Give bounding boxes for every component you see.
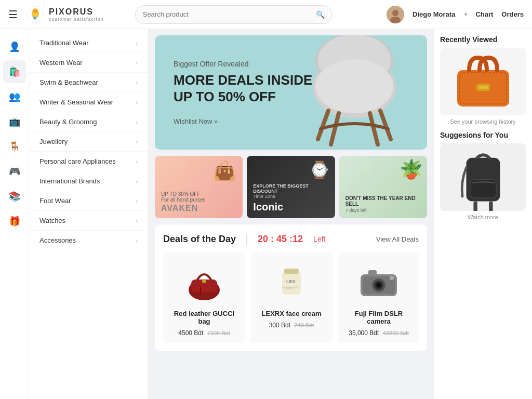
main-content: Biggest Offer Revealed MORE DEALS INSIDE… [149, 29, 433, 399]
sidebar-item-books[interactable]: 📚 [3, 185, 26, 208]
orders-link[interactable]: Orders [501, 10, 524, 18]
recently-viewed-image [440, 48, 526, 115]
right-sidebar: Recently Viewed See your browsing histor… [433, 29, 532, 399]
svg-text:🐦: 🐦 [33, 16, 37, 20]
search-input[interactable] [143, 10, 316, 18]
deals-section: Deals of the Day 20 : 45 :12 Left View A… [155, 224, 427, 351]
svg-point-5 [392, 10, 398, 16]
hamburger-menu-icon[interactable]: ☰ [8, 8, 18, 21]
sub-banner-watches[interactable]: ⌚ EXPLORE THE BIGGEST DISCOUNT Time Zone… [247, 156, 335, 218]
deal-card-face-cream[interactable]: LEXRXface cream LEXRX face cream 300 Bdt… [250, 252, 332, 343]
category-label: Personal care Appliances [39, 157, 116, 165]
deals-timer-label: Left [313, 235, 325, 243]
svg-point-14 [315, 59, 393, 113]
header-right: Diego Morata ▾ Chart Orders [387, 6, 524, 23]
chevron-right-icon: › [136, 99, 138, 105]
hero-section: Biggest Offer Revealed MORE DEALS INSIDE… [155, 35, 427, 150]
view-all-deals-link[interactable]: View All Deals [376, 235, 419, 243]
sidebar-item-chair[interactable]: 🪑 [3, 135, 26, 158]
chart-link[interactable]: Chart [475, 10, 493, 18]
deal-product-image: LEXRXface cream [263, 259, 320, 305]
category-item-winter[interactable]: Winter & Seasonal Wear › [29, 92, 148, 112]
user-name: Diego Morata [413, 10, 455, 18]
sub-banners: 👜 UP TO 30% OFF For all hand purses AVAK… [155, 156, 427, 218]
category-menu: Traditional Wear › Western Wear › Swim &… [29, 29, 149, 399]
svg-point-2 [33, 8, 38, 13]
chevron-right-icon: › [136, 198, 138, 204]
deal-price: 4500 Bdt 7300 Bdt [178, 329, 230, 337]
category-label: International Brands [39, 177, 100, 185]
deal-product-name: LEXRX face cream [262, 310, 322, 317]
chevron-right-icon: › [136, 119, 138, 125]
chair-illustration [287, 35, 422, 150]
sidebar-item-shopping[interactable]: 🛍️ [3, 60, 26, 83]
avatar [387, 6, 404, 23]
svg-rect-50 [473, 201, 477, 211]
chevron-right-icon: › [136, 40, 138, 46]
left-icon-sidebar: 👤 🛍️ 👥 📺 🪑 🎮 📚 🎁 [0, 29, 29, 399]
chevron-right-icon: › [136, 237, 138, 244]
deal-product-image [176, 259, 233, 305]
category-label: Foot Wear [39, 197, 71, 205]
category-label: Juwellery [39, 138, 68, 145]
category-item-beauty[interactable]: Beauty & Groomng › [29, 112, 148, 132]
category-item-watches[interactable]: Watches › [29, 211, 148, 231]
dropdown-arrow-icon[interactable]: ▾ [464, 11, 467, 17]
suggestions-title: Suggesions for You [440, 131, 526, 139]
main-layout: 👤 🛍️ 👥 📺 🪑 🎮 📚 🎁 Traditional Wear › West… [0, 29, 532, 399]
deals-grid: Red leather GUCCI bag 4500 Bdt 7300 Bdt … [163, 252, 419, 343]
category-label: Beauty & Groomng [39, 118, 97, 126]
sub-banner-tag: UP TO 30% OFF [161, 191, 236, 197]
category-item-jewellery[interactable]: Juwellery › [29, 132, 148, 152]
category-item-foot-wear[interactable]: Foot Wear › [29, 191, 148, 211]
suggestions-section: Suggesions for You [440, 131, 526, 220]
chevron-right-icon: › [136, 60, 138, 66]
watch-more-link[interactable]: Watch more [440, 214, 526, 220]
sidebar-item-gift[interactable]: 🎁 [3, 210, 26, 233]
sidebar-item-user[interactable]: 👤 [3, 35, 26, 58]
deals-title: Deals of the Day [163, 234, 236, 245]
sub-banner-year-end: DON'T MISS THE YEAR END SELL [345, 195, 421, 207]
sub-banner-purses[interactable]: 👜 UP TO 30% OFF For all hand purses AVAK… [155, 156, 243, 218]
header: ☰ 🐦 PIXORUS customer satisfaction 🔍 Dieg… [0, 0, 532, 29]
category-item-traditional-wear[interactable]: Traditional Wear › [29, 33, 148, 53]
wishlist-button[interactable]: Wishlist Now » [174, 117, 218, 125]
sub-banner-lamp[interactable]: 🪴 DON'T MISS THE YEAR END SELL 7 days le… [339, 156, 427, 218]
category-item-swim[interactable]: Swim & Beachwear › [29, 73, 148, 92]
svg-line-11 [331, 113, 339, 144]
deals-header: Deals of the Day 20 : 45 :12 Left View A… [163, 233, 419, 245]
svg-rect-46 [478, 86, 488, 89]
deal-product-name: Red leather GUCCI bag [169, 310, 239, 325]
category-label: Accessories [39, 236, 76, 244]
sidebar-item-people[interactable]: 👥 [3, 85, 26, 108]
category-item-personal-care[interactable]: Personal care Appliances › [29, 152, 148, 171]
search-bar[interactable]: 🔍 [135, 5, 332, 24]
browse-history-link[interactable]: See your browsing history [440, 118, 526, 125]
svg-line-12 [370, 113, 378, 144]
deal-card-camera[interactable]: Fuji Flim DSLR camera 35,000 Bdt 43990 B… [338, 252, 419, 343]
deals-timer: 20 : 45 :12 [258, 234, 303, 245]
deal-price: 35,000 Bdt 43990 Bdt [349, 329, 409, 337]
sidebar-item-gaming[interactable]: 🎮 [3, 160, 26, 183]
category-item-international-brands[interactable]: International Brands › [29, 171, 148, 191]
hero-banner: Biggest Offer Revealed MORE DEALS INSIDE… [155, 35, 427, 150]
sidebar-item-tv[interactable]: 📺 [3, 110, 26, 133]
category-item-accessories[interactable]: Accessories › [29, 231, 148, 250]
svg-line-10 [380, 111, 391, 139]
sub-banner-desc: For all hand purses [161, 197, 236, 203]
sub-banner-logo: AVAKEN [161, 204, 236, 213]
chevron-right-icon: › [136, 178, 138, 184]
category-label: Watches [39, 217, 65, 224]
chevron-right-icon: › [136, 139, 138, 145]
deal-product-name: Fuji Flim DSLR camera [344, 310, 414, 325]
sub-banner-explore-tag: EXPLORE THE BIGGEST DISCOUNT [253, 183, 328, 194]
category-item-western-wear[interactable]: Western Wear › [29, 53, 148, 73]
svg-rect-20 [284, 269, 299, 274]
svg-rect-29 [368, 270, 377, 275]
sub-banner-days-left: 7 days left [345, 208, 421, 213]
logo-icon: 🐦 [26, 5, 45, 24]
sub-banner-time-zone: Time Zone [253, 194, 328, 199]
svg-line-9 [318, 111, 328, 139]
deal-card-gucci-bag[interactable]: Red leather GUCCI bag 4500 Bdt 7300 Bdt [163, 252, 245, 343]
recently-viewed-section: Recently Viewed See your browsing histor… [440, 35, 526, 125]
